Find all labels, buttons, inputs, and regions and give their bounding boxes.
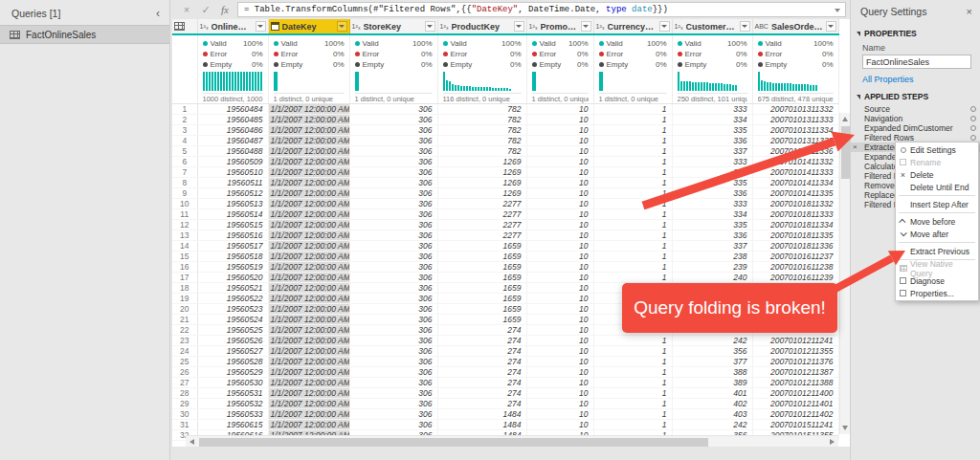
data-cell[interactable]: 238 [672, 252, 752, 262]
data-cell[interactable]: 10 [526, 409, 593, 420]
data-cell[interactable]: 10 [526, 420, 593, 430]
data-cell[interactable]: 306 [349, 167, 437, 178]
data-cell[interactable]: 19560485 [197, 115, 268, 125]
data-cell[interactable]: 274 [437, 357, 526, 367]
data-cell[interactable]: 19560516 [197, 230, 268, 241]
column-header-storekey[interactable]: 1²₃StoreKey [349, 19, 437, 34]
column-header-currencykey[interactable]: 1²₃CurrencyKey [593, 19, 672, 34]
data-cell[interactable]: 337 [672, 241, 752, 252]
data-cell[interactable]: 20070101811336 [752, 241, 838, 252]
data-cell[interactable]: 2277 [437, 199, 526, 209]
close-panel-icon[interactable]: × [967, 6, 972, 17]
properties-section-header[interactable]: PROPERTIES [851, 25, 980, 41]
row-number[interactable]: 22 [172, 325, 197, 336]
data-cell[interactable]: 782 [437, 115, 526, 125]
data-cell[interactable]: 10 [526, 346, 593, 357]
data-cell[interactable]: 10 [526, 367, 593, 378]
data-cell[interactable]: 1269 [437, 178, 526, 188]
data-cell[interactable]: 1 [593, 399, 672, 409]
data-cell[interactable]: 1 [593, 104, 672, 115]
data-cell[interactable]: 1/1/2007 12:00:00 AM [268, 357, 349, 367]
row-number[interactable]: 13 [172, 230, 197, 241]
data-cell[interactable]: 19560529 [197, 367, 268, 378]
data-cell[interactable]: 20070101311332 [752, 104, 838, 115]
data-cell[interactable]: 19560514 [197, 209, 268, 220]
row-number[interactable]: 17 [172, 273, 197, 283]
data-cell[interactable]: 1/1/2007 12:00:00 AM [268, 125, 349, 136]
data-cell[interactable]: 306 [349, 325, 437, 336]
data-cell[interactable]: 1 [593, 146, 672, 157]
data-cell[interactable]: 1 [593, 199, 672, 209]
data-cell[interactable]: 19560512 [197, 188, 268, 199]
data-cell[interactable]: 306 [349, 346, 437, 357]
scroll-up-icon[interactable] [842, 117, 848, 121]
data-cell[interactable]: 19560511 [197, 178, 268, 188]
data-cell[interactable]: 20070101311335 [752, 136, 838, 146]
row-number[interactable]: 12 [172, 220, 197, 230]
data-cell[interactable]: 10 [526, 252, 593, 262]
data-cell[interactable]: 306 [349, 357, 437, 367]
data-cell[interactable]: 306 [349, 199, 437, 209]
data-cell[interactable]: 333 [672, 199, 752, 209]
data-cell[interactable]: 1 [593, 409, 672, 420]
data-cell[interactable]: 274 [437, 388, 526, 399]
table-corner-button[interactable] [172, 19, 197, 34]
data-cell[interactable]: 19560526 [197, 336, 268, 346]
scroll-right-icon[interactable] [830, 439, 835, 445]
data-cell[interactable]: 333 [672, 104, 752, 115]
data-cell[interactable]: 1269 [437, 157, 526, 167]
data-cell[interactable]: 20070101811335 [752, 230, 838, 241]
data-cell[interactable]: 1/1/2007 12:00:00 AM [268, 262, 349, 273]
data-cell[interactable]: 356 [672, 346, 752, 357]
data-cell[interactable]: 1/1/2007 12:00:00 AM [268, 304, 349, 315]
data-cell[interactable]: 20070101411333 [752, 167, 838, 178]
data-cell[interactable]: 1/1/2007 12:00:00 AM [268, 241, 349, 252]
data-cell[interactable]: 242 [672, 420, 752, 430]
data-cell[interactable]: 10 [526, 304, 593, 315]
menu-item-insert-step-after[interactable]: Insert Step After [896, 198, 978, 210]
data-cell[interactable]: 782 [437, 136, 526, 146]
data-cell[interactable]: 306 [349, 220, 437, 230]
data-cell[interactable]: 1 [593, 357, 672, 367]
data-cell[interactable]: 1/1/2007 12:00:00 AM [268, 399, 349, 409]
data-cell[interactable]: 335 [672, 178, 752, 188]
column-header-salesordernumber[interactable]: ABCSalesOrderNumber [752, 19, 838, 34]
data-cell[interactable]: 1 [593, 273, 672, 283]
data-cell[interactable]: 10 [526, 167, 593, 178]
data-cell[interactable]: 306 [349, 115, 437, 125]
data-cell[interactable]: 240 [672, 273, 752, 283]
gear-icon[interactable] [970, 106, 976, 112]
data-cell[interactable]: 20070101811333 [752, 209, 838, 220]
data-cell[interactable]: 20070101411332 [752, 157, 838, 167]
data-cell[interactable]: 1/1/2007 12:00:00 AM [268, 283, 349, 294]
filter-dropdown-icon[interactable] [337, 21, 347, 32]
column-header-productkey[interactable]: 1²₃ProductKey [437, 19, 526, 34]
data-cell[interactable]: 306 [349, 399, 437, 409]
menu-item-move-after[interactable]: Move after [896, 228, 978, 240]
delete-step-icon[interactable]: × [853, 142, 858, 152]
data-cell[interactable]: 20070101211355 [752, 346, 838, 357]
data-cell[interactable]: 10 [526, 294, 593, 304]
row-number[interactable]: 20 [172, 304, 197, 315]
data-cell[interactable]: 1/1/2007 12:00:00 AM [268, 325, 349, 336]
horizontal-scrollbar[interactable] [186, 435, 838, 447]
data-cell[interactable]: 1/1/2007 12:00:00 AM [268, 136, 349, 146]
data-cell[interactable]: 19560525 [197, 325, 268, 336]
data-cell[interactable]: 1/1/2007 12:00:00 AM [268, 273, 349, 283]
data-cell[interactable]: 377 [672, 357, 752, 367]
data-cell[interactable]: 10 [526, 357, 593, 367]
formula-input[interactable]: = Table.TransformColumns(#"Filtered Rows… [237, 2, 846, 17]
filter-dropdown-icon[interactable] [826, 21, 836, 32]
row-number[interactable]: 11 [172, 209, 197, 220]
data-cell[interactable]: 20070101411335 [752, 188, 838, 199]
data-cell[interactable]: 19560513 [197, 199, 268, 209]
row-number[interactable]: 28 [172, 388, 197, 399]
data-cell[interactable]: 274 [437, 325, 526, 336]
data-cell[interactable]: 19560520 [197, 273, 268, 283]
data-cell[interactable]: 306 [349, 241, 437, 252]
data-cell[interactable]: 19560484 [197, 104, 268, 115]
filter-dropdown-icon[interactable] [514, 21, 524, 32]
scroll-down-icon[interactable] [842, 426, 848, 430]
data-cell[interactable]: 333 [672, 157, 752, 167]
commit-formula-icon[interactable]: ✓ [199, 4, 212, 16]
